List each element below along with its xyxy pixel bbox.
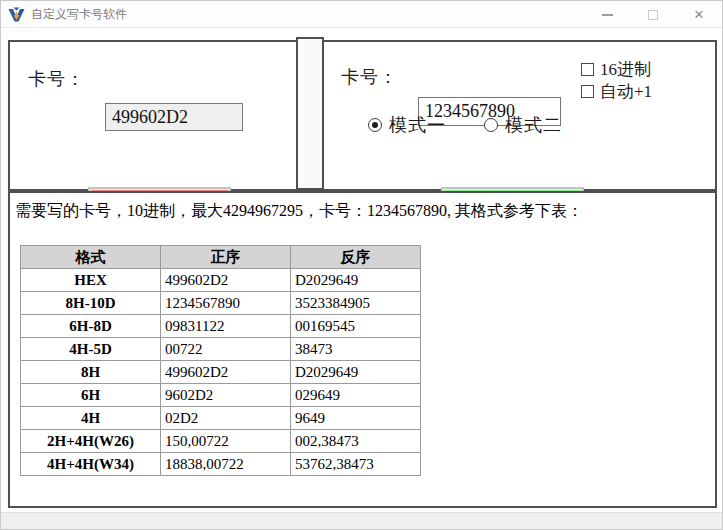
value-cell: D2029649 [291, 361, 421, 384]
table-row: 6H9602D2029649 [21, 384, 421, 407]
value-cell: D2029649 [291, 269, 421, 292]
table-row: 8H-10D12345678903523384905 [21, 292, 421, 315]
table-row: 6H-8D0983112200169545 [21, 315, 421, 338]
table-row: 4H+4H(W34)18838,0072253762,38473 [21, 453, 421, 476]
value-cell: 00722 [161, 338, 291, 361]
format-cell: HEX [21, 269, 161, 292]
table-row: 4H02D29649 [21, 407, 421, 430]
value-cell: 150,00722 [161, 430, 291, 453]
panel-divider [296, 37, 324, 190]
column-header-format: 格式 [21, 246, 161, 269]
title-bar: 自定义写卡号软件 ✕ [1, 1, 722, 28]
value-cell: 53762,38473 [291, 453, 421, 476]
maximize-button[interactable] [630, 1, 676, 28]
auto-increment-checkbox-row: 自动+1 [581, 80, 652, 103]
column-header-forward: 正序 [161, 246, 291, 269]
mode2-radio[interactable] [484, 118, 498, 132]
value-cell: 1234567890 [161, 292, 291, 315]
auto-increment-checkbox[interactable] [581, 85, 594, 98]
card-io-panel: 卡号： 读卡号 卡号： 16进制 自动+1 模式一 模式二 写卡号 [8, 40, 717, 191]
format-cell: 4H-5D [21, 338, 161, 361]
format-cell: 4H [21, 407, 161, 430]
hex-checkbox[interactable] [581, 63, 594, 76]
value-cell: 18838,00722 [161, 453, 291, 476]
column-header-reverse: 反序 [291, 246, 421, 269]
table-header-row: 格式 正序 反序 [21, 246, 421, 269]
hex-checkbox-row: 16进制 [581, 58, 651, 81]
value-cell: 9649 [291, 407, 421, 430]
app-icon [8, 7, 25, 22]
read-card-number-field[interactable] [105, 103, 243, 131]
value-cell: 09831122 [161, 315, 291, 338]
mode2-radio-label[interactable]: 模式二 [505, 113, 562, 137]
format-cell: 8H [21, 361, 161, 384]
close-icon: ✕ [694, 7, 705, 22]
mode1-radio[interactable] [368, 118, 382, 132]
format-table-body: HEX499602D2D20296498H-10D123456789035233… [21, 269, 421, 476]
value-cell: 00169545 [291, 315, 421, 338]
read-card-label: 卡号： [28, 67, 85, 91]
value-cell: 499602D2 [161, 361, 291, 384]
maximize-icon [648, 10, 658, 20]
minimize-button[interactable] [584, 1, 630, 28]
format-table: 格式 正序 反序 HEX499602D2D20296498H-10D123456… [20, 245, 421, 476]
format-cell: 6H-8D [21, 315, 161, 338]
format-cell: 2H+4H(W26) [21, 430, 161, 453]
hex-checkbox-label[interactable]: 16进制 [600, 58, 651, 81]
table-row: HEX499602D2D2029649 [21, 269, 421, 292]
mode1-radio-label[interactable]: 模式一 [389, 113, 446, 137]
value-cell: 38473 [291, 338, 421, 361]
window-controls: ✕ [584, 1, 722, 28]
value-cell: 029649 [291, 384, 421, 407]
format-cell: 8H-10D [21, 292, 161, 315]
minimize-icon [602, 14, 613, 16]
app-window: 自定义写卡号软件 ✕ 卡号： 读卡号 卡号： 16进制 自动+1 模式一 模式二 [0, 0, 723, 530]
value-cell: 002,38473 [291, 430, 421, 453]
value-cell: 9602D2 [161, 384, 291, 407]
format-description: 需要写的卡号，10进制，最大4294967295，卡号：1234567890, … [15, 201, 583, 222]
table-row: 4H-5D0072238473 [21, 338, 421, 361]
status-bar [1, 512, 722, 529]
format-cell: 4H+4H(W34) [21, 453, 161, 476]
format-cell: 6H [21, 384, 161, 407]
value-cell: 3523384905 [291, 292, 421, 315]
mode2-radio-row: 模式二 [484, 113, 562, 137]
close-button[interactable]: ✕ [676, 1, 722, 28]
value-cell: 02D2 [161, 407, 291, 430]
table-row: 8H499602D2D2029649 [21, 361, 421, 384]
auto-increment-checkbox-label[interactable]: 自动+1 [600, 80, 652, 103]
value-cell: 499602D2 [161, 269, 291, 292]
write-card-label: 卡号： [341, 65, 398, 89]
format-reference-panel: 需要写的卡号，10进制，最大4294967295，卡号：1234567890, … [8, 191, 717, 508]
table-row: 2H+4H(W26)150,00722002,38473 [21, 430, 421, 453]
mode1-radio-row: 模式一 [368, 113, 446, 137]
window-title: 自定义写卡号软件 [31, 6, 127, 23]
